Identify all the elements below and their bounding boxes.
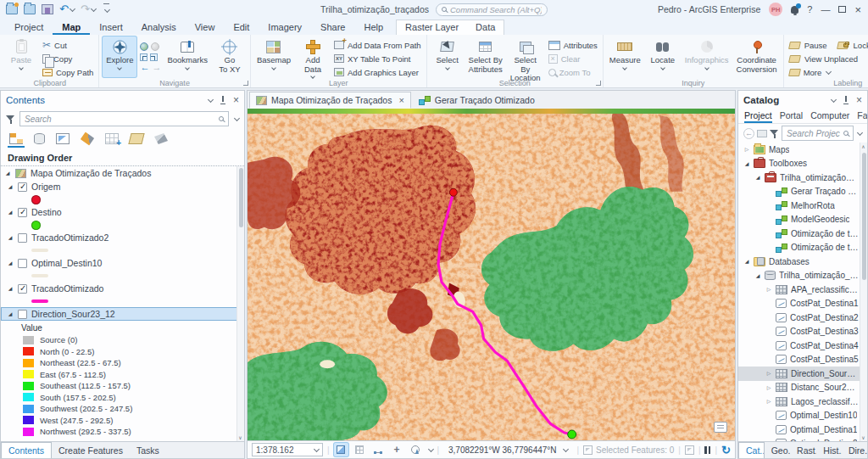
catalog-tree-item[interactable]: Maps [738,143,867,157]
layer-visibility-checkbox[interactable] [18,284,27,294]
ribbon-tab[interactable]: Imagery [259,20,311,35]
ribbon-tab[interactable]: Share [311,20,354,35]
layer-symbol[interactable] [31,274,48,277]
expand-icon[interactable] [754,174,761,181]
snapping-toggle[interactable] [334,443,348,456]
refresh-icon[interactable]: ↻ [721,445,731,456]
grid-toggle[interactable] [353,443,367,456]
expand-icon[interactable] [765,384,772,391]
expand-icon[interactable] [743,258,750,265]
catalog-tree-item[interactable]: Optimal_Destina1 [738,423,867,437]
add-data-button[interactable]: Add Data [296,36,330,80]
pause-drawing-button[interactable] [704,446,710,454]
expand-icon[interactable] [765,370,772,377]
catalog-tree-item[interactable]: CostPat_Destina4 [738,339,867,353]
vertices-toggle[interactable] [371,443,386,456]
chevron-down-icon[interactable] [234,115,240,120]
panel-bottom-tab[interactable]: Contents [1,442,52,458]
maximize-button[interactable] [838,6,846,13]
expand-icon[interactable] [4,170,11,176]
command-search-input[interactable]: Command Search (Alt+Q) [436,3,548,16]
scale-input[interactable]: 1:378.162 [252,443,323,456]
fixed-zoom-out-icon[interactable] [150,53,158,61]
catalog-tree-item[interactable]: Otimização de traç... [738,241,867,255]
filter-icon[interactable] [770,129,779,138]
paste-button[interactable]: Paste [4,36,38,78]
list-by-data-source-button[interactable] [32,132,47,148]
ribbon-tab[interactable]: Help [354,20,392,35]
basemap-button[interactable]: Basemap [254,36,293,80]
panel-menu-chevron-icon[interactable] [831,96,837,102]
expand-icon[interactable] [7,285,14,292]
coordinate-conversion-button[interactable]: Coordinate Conversion [734,36,780,77]
scroll-down-icon[interactable]: ∨ [860,434,866,440]
catalog-tree-item[interactable]: Toolboxes [738,157,867,171]
scroll-up-icon[interactable]: ∧ [860,143,866,149]
layer-visibility-checkbox[interactable] [18,233,27,243]
dialog-launcher-icon[interactable] [243,81,248,86]
layer-item[interactable]: Origem [1,180,244,193]
pause-labeling-button[interactable]: Pause [787,39,829,51]
more-labeling-button[interactable]: More [787,66,868,78]
fixed-zoom-in-icon[interactable] [140,53,147,61]
close-button[interactable]: × [854,3,861,16]
expand-icon[interactable] [765,286,772,293]
chevron-down-icon[interactable] [857,129,863,135]
expand-icon[interactable] [7,260,14,266]
catalog-tree-item[interactable]: ModelGeodesic [738,213,867,227]
panel-menu-chevron-icon[interactable] [208,96,214,102]
list-by-editing-button[interactable] [79,132,96,148]
catalog-tree-item[interactable]: Direction_Sour23_12 [738,367,867,381]
pin-icon[interactable] [843,96,849,104]
cut-button[interactable]: ✂Cut [41,39,95,51]
redo-button[interactable]: ↷ [81,4,96,14]
list-by-labeling-button[interactable] [128,132,145,148]
view-unplaced-button[interactable]: ×View Unplaced [787,53,868,64]
catalog-tree-item[interactable]: Distanc_Sour23_12 [738,381,867,395]
previous-extent-globe-icon[interactable] [151,42,159,51]
catalog-tree-item[interactable]: Trilha_otimização_traç... [738,171,867,185]
contents-scrollbar[interactable]: ∨ [236,166,244,441]
select-tool-icon[interactable] [685,445,694,455]
catalog-tree-item[interactable]: Trilha_otimização_traç... [738,269,867,283]
panel-bottom-tab[interactable]: Dire... [842,442,867,458]
lock-labeling-button[interactable]: Lock [836,39,868,51]
copy-path-button[interactable]: Copy Path [41,66,95,78]
view-tab-model[interactable]: Gerar Traçado Otimizado [412,92,542,109]
catalog-tree-item[interactable]: Optimal_Destina2 [738,437,867,442]
previous-extent-icon[interactable]: ← [140,63,149,71]
list-by-drawing-order-button[interactable] [8,132,25,148]
catalog-tree-item[interactable]: Optimal_Destin10 [738,409,867,423]
measure-button[interactable]: Measure [607,36,643,77]
select-by-location-button[interactable]: Select By Location [507,36,544,83]
select-by-attributes-button[interactable]: Select By Attributes [467,36,504,83]
layer-symbol[interactable] [31,195,41,204]
catalog-tab[interactable]: Computer [810,110,849,123]
expand-icon[interactable] [754,272,761,279]
locate-button[interactable]: Locate [646,36,680,77]
go-to-xy-button[interactable]: Go To XY [213,36,247,77]
close-panel-icon[interactable]: × [856,96,862,104]
catalog-tree-item[interactable]: CostPat_Destina5 [738,353,867,367]
layer-item[interactable]: TracadoOtimizado [1,282,244,295]
attributes-button[interactable]: Attributes [547,39,599,51]
save-project-icon[interactable] [42,4,53,14]
ribbon-tab[interactable]: Analysis [132,20,186,35]
layer-item[interactable]: Optimal_Destin10 [1,256,244,270]
catalog-scrollbar[interactable]: ∧ ∨ [860,143,867,441]
expand-icon[interactable] [743,160,750,167]
spatial-reference-button[interactable] [409,443,423,456]
coordinates-readout[interactable]: 3,7082291°W 36,7796447°N [443,445,572,455]
zoom-to-selection-button[interactable]: Zoom To [547,66,599,78]
layer-visibility-checkbox[interactable] [18,182,27,192]
minimize-button[interactable]: — [821,4,830,14]
close-panel-icon[interactable]: × [233,96,239,104]
chevron-down-icon[interactable] [428,445,434,451]
catalog-search-input[interactable]: Search Project [782,126,854,141]
map-canvas[interactable] [247,109,736,440]
open-project-icon[interactable] [24,4,36,14]
help-icon[interactable]: ? [807,4,812,14]
view-tab-map[interactable]: Mapa Otimização de Traçados × [249,92,411,109]
add-data-from-path-button[interactable]: Add Data From Path [332,39,423,51]
xy-table-to-point-button[interactable]: XY Table To Point [332,53,423,64]
